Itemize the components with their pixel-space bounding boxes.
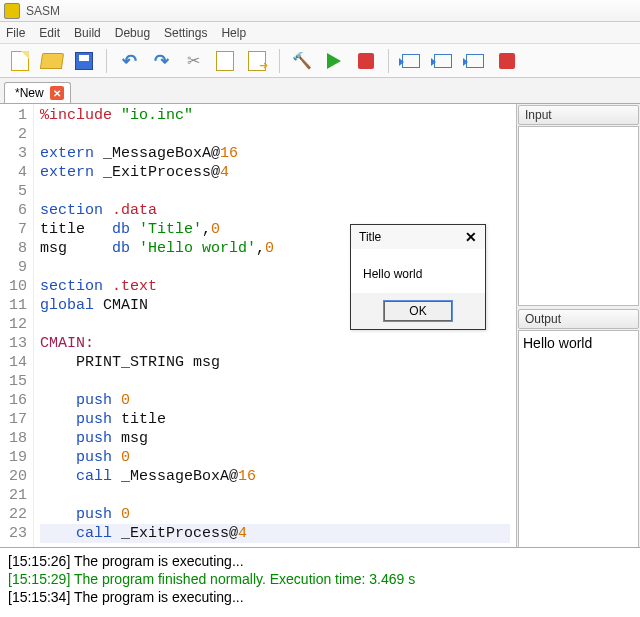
run-button[interactable]: [320, 47, 348, 75]
log-panel: [15:15:26] The program is executing...[1…: [0, 547, 640, 617]
side-panels: Input Output Hello world: [516, 104, 640, 547]
code-line[interactable]: PRINT_STRING msg: [40, 353, 510, 372]
menu-help[interactable]: Help: [221, 26, 246, 40]
code-editor[interactable]: 1234567891011121314151617181920212223 %i…: [0, 104, 516, 547]
debug-stepinto-button[interactable]: [429, 47, 457, 75]
code-line[interactable]: call _MessageBoxA@16: [40, 467, 510, 486]
toolbar-separator: [106, 49, 107, 73]
stop-icon: [358, 53, 374, 69]
code-line[interactable]: [40, 125, 510, 144]
page-export-button[interactable]: [243, 47, 271, 75]
editor-tab[interactable]: *New ✕: [4, 82, 71, 103]
line-gutter: 1234567891011121314151617181920212223: [0, 104, 34, 547]
step-into-icon: [434, 54, 452, 68]
msgbox-body: Hello world: [351, 249, 485, 293]
main-area: 1234567891011121314151617181920212223 %i…: [0, 104, 640, 547]
msgbox-title: Title: [359, 230, 381, 244]
app-title: SASM: [26, 4, 60, 18]
output-panel-header: Output: [518, 309, 639, 329]
stop-button[interactable]: [352, 47, 380, 75]
code-line[interactable]: [40, 182, 510, 201]
menubar: File Edit Build Debug Settings Help: [0, 22, 640, 44]
step-out-icon: [466, 54, 484, 68]
debug-stop-button[interactable]: [493, 47, 521, 75]
page-arrow-icon: [248, 51, 266, 71]
code-line[interactable]: extern _MessageBoxA@16: [40, 144, 510, 163]
tools-button[interactable]: ✂: [179, 47, 207, 75]
code-line[interactable]: CMAIN:: [40, 334, 510, 353]
debug-stepover-button[interactable]: [397, 47, 425, 75]
code-line[interactable]: %include "io.inc": [40, 106, 510, 125]
menu-settings[interactable]: Settings: [164, 26, 207, 40]
input-panel[interactable]: [518, 126, 639, 306]
code-line[interactable]: section .data: [40, 201, 510, 220]
debug-stepout-button[interactable]: [461, 47, 489, 75]
save-icon: [75, 52, 93, 70]
ok-button[interactable]: OK: [384, 301, 451, 321]
log-line: [15:15:34] The program is executing...: [8, 588, 632, 606]
undo-icon: ↶: [122, 50, 137, 72]
log-line: [15:15:29] The program finished normally…: [8, 570, 632, 588]
code-line[interactable]: [40, 372, 510, 391]
new-file-icon: [11, 51, 29, 71]
undo-button[interactable]: ↶: [115, 47, 143, 75]
step-over-icon: [402, 54, 420, 68]
menu-edit[interactable]: Edit: [39, 26, 60, 40]
output-panel: Hello world: [518, 330, 639, 560]
code-line[interactable]: push 0: [40, 391, 510, 410]
log-line: [15:15:26] The program is executing...: [8, 552, 632, 570]
code-line[interactable]: call _ExitProcess@4: [40, 524, 510, 543]
save-file-button[interactable]: [70, 47, 98, 75]
code-line[interactable]: extern _ExitProcess@4: [40, 163, 510, 182]
open-folder-icon: [40, 53, 64, 69]
tools-icon: ✂: [187, 51, 200, 70]
titlebar: SASM: [0, 0, 640, 22]
play-icon: [327, 53, 341, 69]
redo-button[interactable]: ↷: [147, 47, 175, 75]
hammer-icon: 🔨: [292, 51, 312, 70]
tabbar: *New ✕: [0, 78, 640, 104]
close-icon[interactable]: ✕: [465, 229, 477, 245]
close-icon[interactable]: ✕: [50, 86, 64, 100]
menu-debug[interactable]: Debug: [115, 26, 150, 40]
menu-build[interactable]: Build: [74, 26, 101, 40]
toolbar-separator: [279, 49, 280, 73]
code-line[interactable]: push msg: [40, 429, 510, 448]
code-line[interactable]: push title: [40, 410, 510, 429]
menu-file[interactable]: File: [6, 26, 25, 40]
code-line[interactable]: push 0: [40, 448, 510, 467]
open-file-button[interactable]: [38, 47, 66, 75]
message-box: Title ✕ Hello world OK: [350, 224, 486, 330]
page-gear-icon: [216, 51, 234, 71]
redo-icon: ↷: [154, 50, 169, 72]
build-button[interactable]: 🔨: [288, 47, 316, 75]
app-icon: [4, 3, 20, 19]
page-settings-button[interactable]: [211, 47, 239, 75]
new-file-button[interactable]: [6, 47, 34, 75]
toolbar: ↶ ↷ ✂ 🔨: [0, 44, 640, 78]
input-panel-header: Input: [518, 105, 639, 125]
tab-label: *New: [15, 86, 44, 100]
code-line[interactable]: push 0: [40, 505, 510, 524]
code-line[interactable]: [40, 486, 510, 505]
stop-icon: [499, 53, 515, 69]
toolbar-separator: [388, 49, 389, 73]
